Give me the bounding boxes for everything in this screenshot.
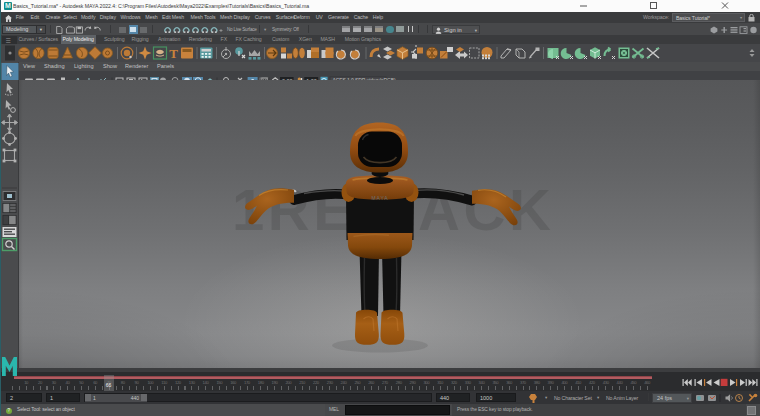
svg-text:MAYA: MAYA: [371, 195, 388, 201]
svg-text:ACK: ACK: [418, 177, 551, 242]
